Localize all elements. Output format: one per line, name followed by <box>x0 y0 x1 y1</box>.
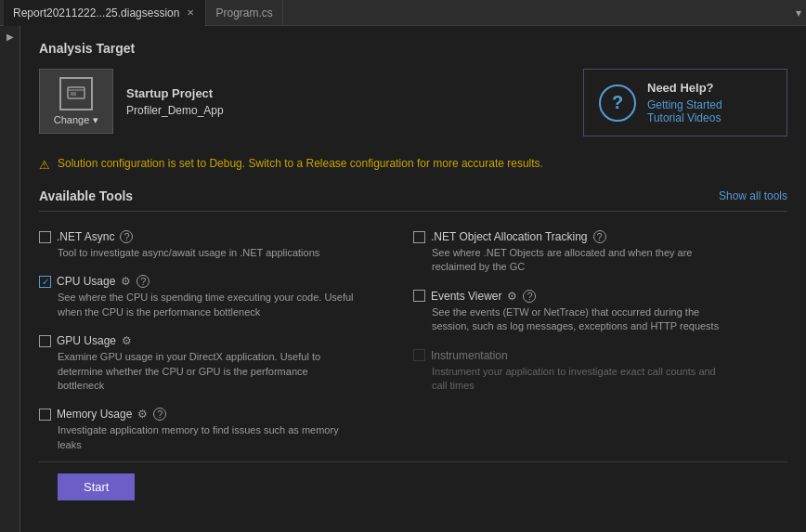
tool-memory-usage-desc: Investigate application memory to find i… <box>39 423 355 452</box>
tool-memory-usage: Memory Usage ⚙ ? Investigate application… <box>39 402 413 461</box>
tool-gpu-usage: GPU Usage ⚙ Examine GPU usage in your Di… <box>39 329 413 402</box>
tab-diag[interactable]: Report20211222...25.diagsession ✕ <box>4 0 206 26</box>
tab-program-label: Program.cs <box>215 6 272 19</box>
tool-events-viewer-desc: See the events (ETW or NetTrace) that oc… <box>413 305 729 334</box>
available-tools-title: Available Tools <box>39 188 133 203</box>
tool-events-viewer-checkbox[interactable] <box>413 290 425 302</box>
tab-bar: Report20211222...25.diagsession ✕ Progra… <box>0 0 806 26</box>
warning-icon: ⚠ <box>39 158 50 172</box>
svg-rect-2 <box>71 92 76 96</box>
tool-memory-usage-help-icon[interactable]: ? <box>153 408 166 421</box>
tools-column-left: .NET Async ? Tool to investigate async/a… <box>39 225 413 461</box>
tool-dotnet-object-allocation-checkbox[interactable] <box>413 231 425 243</box>
change-target-label: Change ▾ <box>54 114 99 126</box>
tool-cpu-usage-header: CPU Usage ⚙ ? <box>39 275 413 288</box>
tool-events-viewer: Events Viewer ⚙ ? See the events (ETW or… <box>413 284 787 344</box>
tool-cpu-usage-help-icon[interactable]: ? <box>136 275 150 288</box>
analysis-target-title: Analysis Target <box>39 41 787 56</box>
tool-instrumentation-desc: Instrument your application to investiga… <box>413 365 729 394</box>
left-strip: ▶ <box>0 26 20 532</box>
tool-cpu-usage-gear-icon[interactable]: ⚙ <box>121 275 131 288</box>
tool-dotnet-async-name: .NET Async <box>57 230 114 243</box>
tab-scroll-button[interactable]: ▾ <box>791 6 806 19</box>
tool-dotnet-object-allocation: .NET Object Allocation Tracking ? See wh… <box>413 225 787 284</box>
content-area: Analysis Target Change ▾ <box>20 26 806 532</box>
tab-diag-label: Report20211222...25.diagsession <box>13 6 179 19</box>
tool-instrumentation-name: Instrumentation <box>431 349 508 362</box>
tool-gpu-usage-name: GPU Usage <box>57 334 116 347</box>
tools-grid: .NET Async ? Tool to investigate async/a… <box>39 225 787 461</box>
tool-dotnet-async-header: .NET Async ? <box>39 230 413 243</box>
tool-dotnet-async-desc: Tool to investigate async/await usage in… <box>39 246 355 260</box>
need-help-title: Need Help? <box>647 81 722 95</box>
tab-diag-close[interactable]: ✕ <box>185 6 196 19</box>
show-all-tools-link[interactable]: Show all tools <box>719 189 787 202</box>
getting-started-link[interactable]: Getting Started <box>647 98 722 111</box>
help-content: Need Help? Getting Started Tutorial Vide… <box>647 81 722 124</box>
tool-dotnet-object-allocation-desc: See where .NET Objects are allocated and… <box>413 246 729 275</box>
start-button[interactable]: Start <box>58 474 135 500</box>
tutorial-videos-link[interactable]: Tutorial Videos <box>647 111 722 124</box>
warning-bar: ⚠ Solution configuration is set to Debug… <box>39 149 787 179</box>
tool-dotnet-async-help-icon[interactable]: ? <box>120 230 133 243</box>
tools-column-right: .NET Object Allocation Tracking ? See wh… <box>413 225 787 461</box>
tool-events-viewer-header: Events Viewer ⚙ ? <box>413 290 787 303</box>
tool-events-viewer-name: Events Viewer <box>431 290 501 303</box>
tool-dotnet-async-checkbox[interactable] <box>39 231 51 243</box>
change-target-button[interactable]: Change ▾ Target <box>39 69 113 134</box>
bottom-bar: Start <box>39 461 787 512</box>
warning-text: Solution configuration is set to Debug. … <box>58 157 543 170</box>
startup-project-label: Startup Project <box>126 86 224 100</box>
startup-info: Startup Project Profiler_Demo_App <box>126 86 224 117</box>
change-target-icon <box>59 77 93 110</box>
target-left: Change ▾ Target Startup Project Profiler… <box>39 69 224 134</box>
tools-header: Available Tools Show all tools <box>39 188 787 212</box>
tool-gpu-usage-desc: Examine GPU usage in your DirectX applic… <box>39 350 355 393</box>
tool-gpu-usage-checkbox[interactable] <box>39 335 51 347</box>
tool-memory-usage-name: Memory Usage <box>57 408 132 421</box>
tool-instrumentation: Instrumentation Instrument your applicat… <box>413 344 787 403</box>
tool-events-viewer-help-icon[interactable]: ? <box>523 290 536 303</box>
help-question-icon: ? <box>599 84 636 122</box>
tool-dotnet-object-allocation-name: .NET Object Allocation Tracking <box>431 230 588 243</box>
tool-cpu-usage-checkbox[interactable] <box>39 276 51 288</box>
tool-instrumentation-checkbox[interactable] <box>413 349 425 361</box>
tool-gpu-usage-header: GPU Usage ⚙ <box>39 334 413 347</box>
tool-dotnet-object-allocation-help-icon[interactable]: ? <box>593 230 606 243</box>
tool-memory-usage-header: Memory Usage ⚙ ? <box>39 408 413 421</box>
tool-memory-usage-gear-icon[interactable]: ⚙ <box>137 408 148 421</box>
tool-dotnet-object-allocation-header: .NET Object Allocation Tracking ? <box>413 230 787 243</box>
tool-memory-usage-checkbox[interactable] <box>39 409 51 421</box>
need-help-box: ? Need Help? Getting Started Tutorial Vi… <box>583 69 787 136</box>
collapse-arrow-icon[interactable]: ▶ <box>6 32 14 42</box>
tool-instrumentation-header: Instrumentation <box>413 349 787 362</box>
tool-events-viewer-gear-icon[interactable]: ⚙ <box>507 290 517 303</box>
main-container: ▶ Analysis Target Change <box>0 26 806 532</box>
tool-cpu-usage: CPU Usage ⚙ ? See where the CPU is spend… <box>39 269 413 329</box>
tool-cpu-usage-desc: See where the CPU is spending time execu… <box>39 291 355 319</box>
tab-program[interactable]: Program.cs <box>206 0 282 26</box>
target-row: Change ▾ Target Startup Project Profiler… <box>39 69 787 136</box>
tool-dotnet-async: .NET Async ? Tool to investigate async/a… <box>39 225 413 269</box>
tool-cpu-usage-name: CPU Usage <box>57 275 115 288</box>
tool-gpu-usage-gear-icon[interactable]: ⚙ <box>122 334 132 347</box>
startup-project-name: Profiler_Demo_App <box>126 104 224 117</box>
